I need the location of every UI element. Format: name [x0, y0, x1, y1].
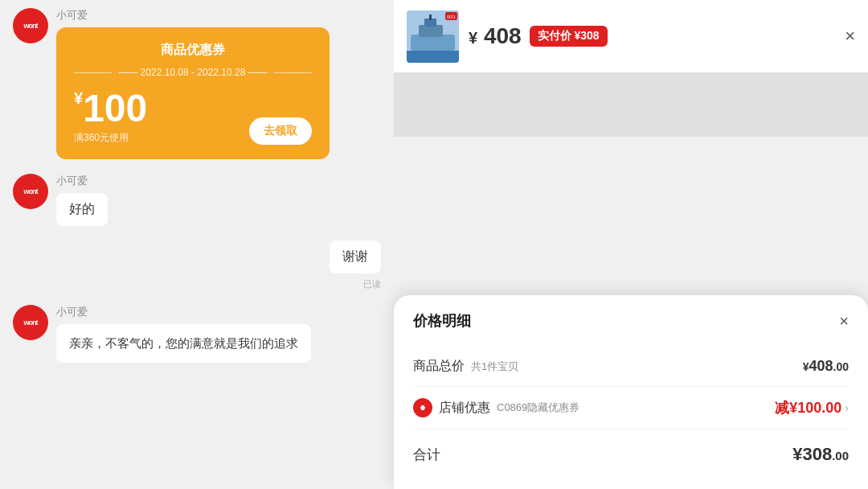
- coupon-title: 商品优惠券: [74, 42, 312, 59]
- total-row: 合计 ¥308.00: [413, 429, 849, 465]
- message-body-final: 小可爱 亲亲，不客气的，您的满意就是我们的追求: [56, 305, 311, 363]
- discount-value: 减¥100.00: [775, 398, 841, 417]
- total-amount: 308: [802, 444, 832, 464]
- price-detail-overlay: 价格明细 × 商品总价 共1件宝贝 ¥408.00: [394, 295, 868, 489]
- bubble-thanks: 谢谢: [330, 240, 381, 273]
- coupon-claim-button[interactable]: 去领取: [249, 117, 312, 145]
- chat-message-final: wont 小可爱 亲亲，不客气的，您的满意就是我们的追求: [13, 305, 381, 363]
- subtotal-label: 商品总价: [413, 358, 465, 375]
- product-image-svg: 003: [407, 10, 459, 63]
- coupon-bottom: ¥ 100 满360元使用 去领取: [74, 89, 312, 145]
- chevron-right-icon: ›: [845, 401, 849, 414]
- total-yen: ¥: [792, 444, 802, 464]
- price-row-discount[interactable]: 店铺优惠 C0869隐藏优惠券 减¥100.00 ›: [413, 387, 849, 429]
- product-thumbnail: 003: [407, 10, 459, 63]
- coupon-line-left: [74, 72, 112, 73]
- message-body-thanks: 谢谢 已读: [330, 240, 381, 290]
- subtotal-value: ¥408.00: [803, 358, 849, 375]
- read-status: 已读: [363, 278, 381, 290]
- total-value: ¥308.00: [792, 444, 849, 465]
- total-label: 合计: [413, 446, 440, 464]
- sender-name-1: 小可爱: [56, 8, 330, 23]
- coupon-divider: —— 2022.10.08 - 2022.10.28 ——: [74, 67, 312, 78]
- product-header: 003 408 实付价 ¥308 ×: [394, 0, 868, 72]
- bubble-final: 亲亲，不客气的，您的满意就是我们的追求: [56, 324, 311, 363]
- subtotal-sub-label: 共1件宝贝: [471, 360, 518, 374]
- shop-discount-icon: [413, 398, 432, 417]
- coupon-amount: 100: [83, 89, 147, 128]
- chat-message-ok: wont 小可爱 好的: [13, 174, 381, 226]
- coupon-line-right: [274, 72, 312, 73]
- right-panel: 003 408 实付价 ¥308 × 价格明细 × 商品总价 共1件宝贝 ¥40…: [394, 0, 868, 489]
- original-price: 408: [469, 23, 522, 49]
- discount-label: 店铺优惠: [439, 400, 490, 417]
- svg-rect-4: [429, 14, 432, 20]
- price-row-subtotal: 商品总价 共1件宝贝 ¥408.00: [413, 347, 849, 387]
- avatar-sender-3: wont: [13, 305, 48, 340]
- coupon-date: —— 2022.10.08 - 2022.10.28 ——: [118, 67, 267, 78]
- chat-message-thanks: 谢谢 已读: [13, 240, 381, 290]
- avatar-sender: wont: [13, 8, 48, 43]
- message-body-coupon: 小可爱 商品优惠券 —— 2022.10.08 - 2022.10.28 —— …: [56, 8, 330, 159]
- coupon-amount-block: ¥ 100 满360元使用: [74, 89, 147, 145]
- svg-text:003: 003: [447, 14, 456, 19]
- chat-panel: wont 小可爱 商品优惠券 —— 2022.10.08 - 2022.10.2…: [0, 0, 394, 489]
- subtotal-amount: 408: [809, 358, 833, 374]
- sender-name-3: 小可爱: [56, 305, 311, 319]
- price-detail-header: 价格明细 ×: [413, 311, 849, 331]
- total-cents: .00: [832, 449, 849, 462]
- sender-name-2: 小可爱: [56, 174, 108, 188]
- chat-message-coupon: wont 小可爱 商品优惠券 —— 2022.10.08 - 2022.10.2…: [13, 8, 381, 159]
- coupon-condition: 满360元使用: [74, 131, 147, 145]
- product-prices: 408 实付价 ¥308: [469, 23, 608, 49]
- coupon-card[interactable]: 商品优惠券 —— 2022.10.08 - 2022.10.28 —— ¥ 10…: [56, 27, 330, 159]
- svg-rect-10: [420, 407, 425, 409]
- product-image-area: [394, 72, 868, 137]
- svg-rect-2: [419, 25, 443, 37]
- price-detail-close-button[interactable]: ×: [839, 312, 849, 331]
- coupon-currency: ¥: [74, 89, 83, 108]
- bubble-ok: 好的: [56, 193, 108, 226]
- price-detail-title: 价格明细: [413, 311, 471, 331]
- avatar-sender-2: wont: [13, 174, 48, 209]
- actual-price-badge: 实付价 ¥308: [530, 26, 608, 47]
- message-body-ok: 小可爱 好的: [56, 174, 108, 226]
- svg-rect-5: [407, 51, 459, 63]
- product-close-button[interactable]: ×: [845, 26, 855, 47]
- discount-sub-label: C0869隐藏优惠券: [497, 401, 579, 415]
- subtotal-cents: .00: [833, 360, 849, 373]
